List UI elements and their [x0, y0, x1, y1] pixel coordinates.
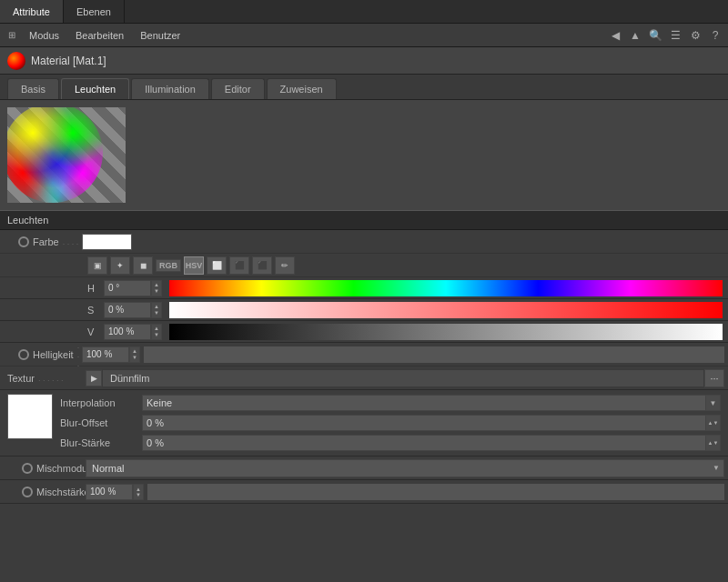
h-slider-row: H 0 ° ▲ ▼ [0, 277, 728, 299]
farbe-circle [18, 236, 29, 247]
tab-basis[interactable]: Basis [7, 78, 59, 99]
tool-btn-gradient[interactable]: ▣ [87, 256, 107, 275]
tab-ebenen[interactable]: Ebenen [64, 0, 125, 23]
arrow-up-icon[interactable]: ▲ [626, 26, 644, 45]
blur-offset-row: Blur-Offset 0 % ▲ ▼ [60, 414, 721, 432]
helligkeit-value[interactable]: 100 % [82, 346, 129, 363]
mischmodus-label: Mischmodus [4, 463, 86, 474]
mischstaerke-track[interactable] [147, 484, 724, 500]
mischstaerke-arrow[interactable]: ▲ ▼ [133, 484, 144, 500]
helligkeit-arrow[interactable]: ▲ ▼ [129, 346, 140, 363]
v-slider-row: V 100 % ▲ ▼ [0, 321, 728, 343]
blur-offset-arrow[interactable]: ▲ ▼ [706, 415, 721, 431]
mischstaerke-row: Mischstärke 100 % ▲ ▼ [0, 480, 728, 504]
tool-btn-dark[interactable]: ◼ [133, 256, 153, 275]
menu-bar: ⊞ Modus Bearbeiten Benutzer ◀ ▲ 🔍 ☰ ⚙ ? [0, 24, 728, 47]
s-value-box: 0 % ▲ ▼ [104, 302, 166, 318]
preview-area [0, 100, 728, 210]
v-slider-track[interactable] [169, 324, 723, 340]
interpolation-label: Interpolation [60, 397, 142, 408]
tool-btn-light[interactable]: ✦ [110, 256, 130, 275]
tab-editor[interactable]: Editor [211, 78, 265, 99]
blur-offset-label: Blur-Offset [60, 417, 142, 428]
mischmodus-circle [22, 463, 33, 474]
textur-dots: . . . . . . [38, 374, 64, 383]
textur-name[interactable]: Dünnfilm [102, 369, 704, 387]
mischmodus-arrow: ▼ [713, 464, 720, 472]
s-slider-row: S 0 % ▲ ▼ [0, 299, 728, 321]
grid-icon[interactable]: ⊞ [4, 27, 20, 44]
h-slider-track[interactable] [169, 280, 723, 296]
blur-offset-value[interactable]: 0 % [142, 415, 706, 431]
menu-modus[interactable]: Modus [22, 28, 66, 43]
material-title: Material [Mat.1] [31, 55, 106, 67]
tool-label-hsv[interactable]: HSV [184, 256, 204, 275]
s-slider-track[interactable] [169, 302, 723, 318]
texture-detail: Interpolation Keine ▼ Blur-Offset 0 % ▲ … [0, 390, 728, 457]
material-header: Material [Mat.1] [0, 47, 728, 75]
material-sphere-icon [7, 52, 25, 70]
menu-bar-right: ◀ ▲ 🔍 ☰ ⚙ ? [606, 26, 724, 45]
texture-thumbnail [7, 394, 53, 439]
tool-btn-box1[interactable]: ⬜ [207, 256, 227, 275]
tab-zuweisen[interactable]: Zuweisen [267, 78, 337, 99]
farbe-dots: . . . . [63, 237, 79, 246]
v-label: V [87, 326, 104, 337]
menu-bearbeiten[interactable]: Bearbeiten [68, 28, 131, 43]
mischstaerke-circle [22, 487, 33, 497]
v-arrow[interactable]: ▲ ▼ [151, 324, 162, 340]
interpolation-row: Interpolation Keine ▼ [60, 394, 721, 412]
texture-props: Interpolation Keine ▼ Blur-Offset 0 % ▲ … [60, 394, 721, 452]
v-value[interactable]: 100 % [104, 324, 151, 340]
arrow-left-icon[interactable]: ◀ [606, 26, 624, 45]
helligkeit-label: Helligkeit . . . [0, 341, 82, 368]
textur-more-btn[interactable]: ··· [704, 369, 724, 387]
farbe-label: Farbe . . . . [0, 236, 82, 247]
top-tab-bar: Attribute Ebenen [0, 0, 728, 24]
s-value[interactable]: 0 % [104, 302, 151, 318]
gear-icon[interactable]: ⚙ [686, 26, 704, 45]
search-icon[interactable]: 🔍 [646, 26, 664, 45]
helligkeit-row: Helligkeit . . . 100 % ▲ ▼ [0, 343, 728, 366]
interpolation-value[interactable]: Keine [142, 395, 706, 411]
helligkeit-track[interactable] [144, 346, 724, 363]
textur-row: Textur . . . . . . ▶ Dünnfilm ··· [0, 366, 728, 390]
tab-leuchten[interactable]: Leuchten [61, 78, 129, 99]
farbe-row: Farbe . . . . [0, 230, 728, 254]
menu-icon[interactable]: ☰ [666, 26, 684, 45]
h-value[interactable]: 0 ° [104, 280, 151, 296]
v-value-box: 100 % ▲ ▼ [104, 324, 166, 340]
mischmodus-select[interactable]: Normal ▼ [86, 459, 724, 477]
blur-staerke-value[interactable]: 0 % [142, 435, 706, 451]
sub-tabs: Basis Leuchten Illumination Editor Zuwei… [0, 75, 728, 100]
h-label: H [87, 283, 104, 294]
interpolation-arrow[interactable]: ▼ [706, 395, 721, 411]
tab-illumination[interactable]: Illumination [131, 78, 209, 99]
farbe-color-swatch[interactable] [82, 234, 132, 250]
tool-btn-box3[interactable]: ⬛ [252, 256, 272, 275]
tool-btn-pen[interactable]: ✏ [275, 256, 295, 275]
blur-staerke-label: Blur-Stärke [60, 437, 142, 448]
helligkeit-circle [18, 349, 29, 360]
mischstaerke-value[interactable]: 100 % [86, 484, 133, 500]
preview-sphere [7, 107, 103, 203]
blur-staerke-arrow[interactable]: ▲ ▼ [706, 435, 721, 451]
mischmodus-row: Mischmodus Normal ▼ [0, 457, 728, 480]
help-icon[interactable]: ? [706, 26, 724, 45]
blur-staerke-row: Blur-Stärke 0 % ▲ ▼ [60, 434, 721, 452]
menu-benutzer[interactable]: Benutzer [133, 28, 187, 43]
section-leuchten-header: Leuchten [0, 210, 728, 230]
preview-box [7, 107, 126, 203]
textur-label: Textur . . . . . . [4, 373, 86, 384]
s-arrow[interactable]: ▲ ▼ [151, 302, 162, 318]
mischstaerke-label: Mischstärke [4, 487, 86, 497]
tool-label-rgb[interactable]: RGB [156, 259, 181, 272]
textur-play-btn[interactable]: ▶ [86, 370, 102, 386]
tab-attribute[interactable]: Attribute [0, 0, 64, 23]
s-label: S [87, 305, 104, 316]
tool-btn-box2[interactable]: ⬛ [229, 256, 249, 275]
properties-panel: Farbe . . . . ▣ ✦ ◼ RGB HSV ⬜ ⬛ ⬛ ✏ H 0 … [0, 230, 728, 504]
h-value-box: 0 ° ▲ ▼ [104, 280, 166, 296]
h-arrow[interactable]: ▲ ▼ [151, 280, 162, 296]
color-tools-row: ▣ ✦ ◼ RGB HSV ⬜ ⬛ ⬛ ✏ [0, 254, 728, 277]
